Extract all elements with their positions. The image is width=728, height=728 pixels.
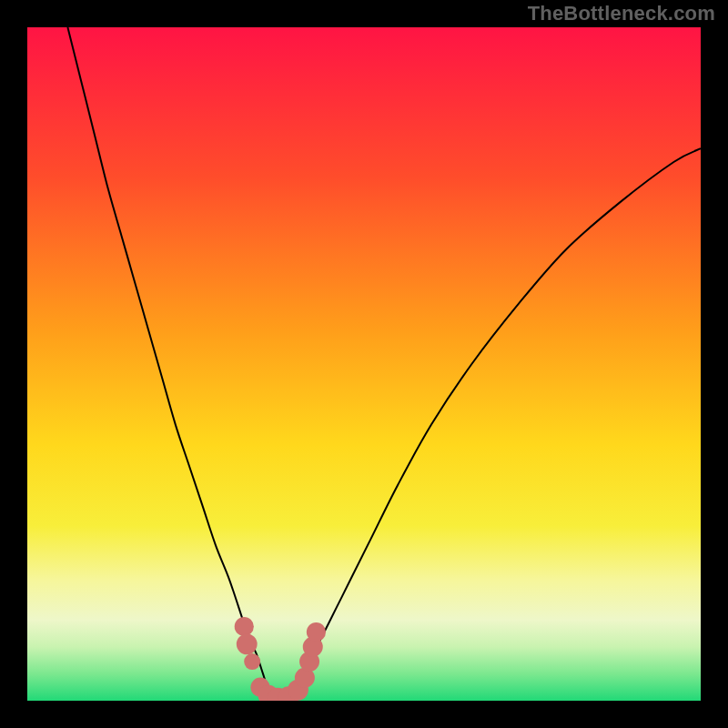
curve-marker (307, 622, 326, 642)
app-frame: TheBottleneck.com (0, 0, 728, 728)
curve-marker (244, 653, 260, 670)
chart-container (27, 27, 701, 701)
chart-background (27, 27, 701, 701)
curve-marker (235, 617, 254, 636)
bottleneck-chart (27, 27, 701, 701)
watermark-text: TheBottleneck.com (528, 2, 715, 25)
curve-marker (237, 633, 258, 654)
